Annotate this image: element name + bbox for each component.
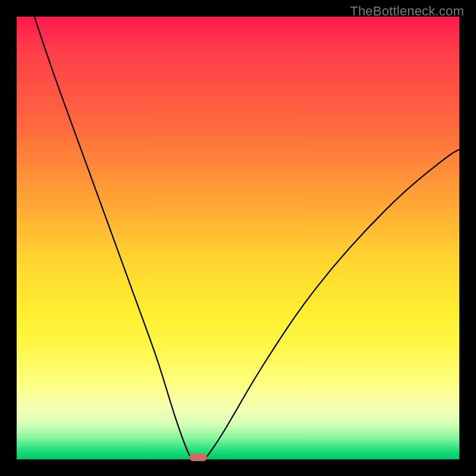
chart-container: TheBottleneck.com: [0, 0, 476, 476]
minimum-marker: [189, 453, 207, 461]
plot-area: [17, 17, 459, 459]
curve-layer: [17, 17, 459, 459]
left-curve: [35, 17, 192, 459]
right-curve: [205, 149, 459, 459]
